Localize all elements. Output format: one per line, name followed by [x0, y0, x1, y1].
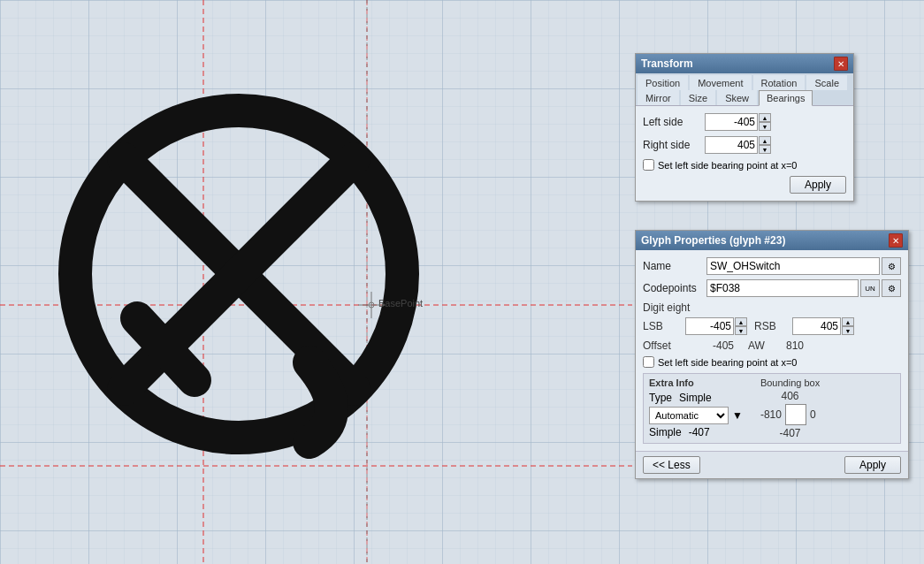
- glyph-name-input[interactable]: SW_OHSwitch: [706, 257, 880, 275]
- right-side-spinner-btns: ▲ ▼: [759, 136, 771, 154]
- glyph-codepoints-icon-btn2[interactable]: ⚙: [882, 279, 901, 297]
- lsb-down-btn[interactable]: ▼: [735, 326, 747, 335]
- left-side-label: Left side: [643, 116, 705, 128]
- type-row: Type Simple: [649, 392, 743, 404]
- right-side-input[interactable]: 405: [705, 136, 758, 154]
- glyph-apply-button[interactable]: Apply: [844, 456, 901, 474]
- tab-mirror[interactable]: Mirror: [638, 90, 679, 105]
- glyph-bearing-checkbox-label: Set left side bearing point at x=0: [658, 357, 797, 368]
- offset-label: Offset: [643, 339, 678, 352]
- bb-box: [785, 404, 806, 425]
- bearing-checkbox[interactable]: [643, 159, 654, 171]
- right-side-up-btn[interactable]: ▲: [759, 136, 771, 145]
- extra-info-section: Extra Info Type Simple Automatic Manual …: [643, 373, 901, 444]
- tab-bearings[interactable]: Bearings: [759, 90, 813, 106]
- bb-left: -810: [760, 408, 782, 421]
- glyph-digit-eight-label: Digit eight: [643, 301, 901, 314]
- glyph-panel-titlebar: Glyph Properties (glyph #23) ✕: [636, 231, 908, 250]
- glyph-panel-content: Name SW_OHSwitch ⚙ Codepoints $F038 UN ⚙…: [636, 250, 908, 451]
- bearing-checkbox-label: Set left side bearing point at x=0: [658, 160, 797, 171]
- lsb-input[interactable]: [685, 317, 734, 335]
- right-side-label: Right side: [643, 139, 705, 151]
- type-select-row: Automatic Manual ▼: [649, 407, 743, 424]
- transform-apply-button[interactable]: Apply: [790, 176, 846, 194]
- bb-right: 0: [810, 408, 816, 421]
- right-side-row: Right side 405 ▲ ▼: [643, 136, 846, 154]
- glyph-codepoints-input[interactable]: $F038: [706, 279, 859, 297]
- offset-value: -405: [685, 339, 734, 352]
- bb-title: Bounding box: [760, 377, 820, 388]
- bb-middle-row: -810 0: [760, 404, 820, 425]
- offset-aw-row: Offset -405 AW 810: [643, 339, 901, 352]
- left-side-down-btn[interactable]: ▼: [759, 122, 771, 131]
- type-select[interactable]: Automatic Manual: [649, 407, 729, 424]
- rsb-label: RSB: [754, 320, 785, 332]
- aw-value: 810: [786, 339, 804, 352]
- tab-rotation[interactable]: Rotation: [753, 75, 806, 90]
- less-button[interactable]: << Less: [643, 456, 700, 474]
- tab-position[interactable]: Position: [638, 75, 688, 90]
- glyph-name-label: Name: [643, 260, 706, 272]
- extra-info-title: Extra Info: [649, 377, 743, 388]
- left-side-input[interactable]: -405: [705, 113, 758, 131]
- simple-value: -407: [689, 426, 710, 438]
- aw-label: AW: [748, 339, 779, 352]
- left-side-spinner-btns: ▲ ▼: [759, 113, 771, 131]
- lsb-rsb-row: LSB ▲ ▼ RSB ▲ ▼: [643, 317, 901, 335]
- tab-skew[interactable]: Skew: [717, 90, 757, 105]
- bb-bottom: -407: [760, 427, 820, 439]
- simple-row: Simple -407: [649, 426, 743, 438]
- rsb-spinner: ▲ ▼: [792, 317, 854, 335]
- bb-top: 406: [760, 390, 820, 402]
- type-value: Simple: [679, 392, 712, 404]
- glyph-bearing-checkbox[interactable]: [643, 356, 654, 368]
- lsb-label: LSB: [643, 320, 678, 332]
- transform-panel: Transform ✕ Position Movement Rotation S…: [635, 53, 854, 202]
- tab-scale[interactable]: Scale: [806, 75, 847, 90]
- bounding-box-section: Bounding box 406 -810 0 -407: [760, 377, 820, 439]
- right-side-spinner: 405 ▲ ▼: [705, 136, 771, 154]
- left-side-row: Left side -405 ▲ ▼: [643, 113, 846, 131]
- transform-panel-close[interactable]: ✕: [834, 57, 848, 71]
- lsb-up-btn[interactable]: ▲: [735, 317, 747, 326]
- glyph-bearing-checkbox-row: Set left side bearing point at x=0: [643, 356, 901, 368]
- glyph-name-row: Name SW_OHSwitch ⚙: [643, 257, 901, 275]
- tab-movement[interactable]: Movement: [690, 75, 751, 90]
- simple-label: Simple: [649, 426, 682, 438]
- type-label: Type: [649, 392, 672, 404]
- bearing-checkbox-row: Set left side bearing point at x=0: [643, 159, 846, 171]
- glyph-codepoints-icon-btn1[interactable]: UN: [860, 279, 880, 297]
- left-side-spinner: -405 ▲ ▼: [705, 113, 771, 131]
- glyph-panel-bottom-bar: << Less Apply: [636, 451, 908, 478]
- extra-info-left: Extra Info Type Simple Automatic Manual …: [649, 377, 743, 439]
- glyph-panel-close[interactable]: ✕: [889, 233, 903, 248]
- transform-panel-title: Transform: [641, 57, 693, 70]
- glyph-panel: Glyph Properties (glyph #23) ✕ Name SW_O…: [635, 230, 909, 479]
- lsb-spinner: ▲ ▼: [685, 317, 747, 335]
- transform-panel-content: Left side -405 ▲ ▼ Right side 405 ▲ ▼ Se…: [636, 106, 853, 201]
- right-side-down-btn[interactable]: ▼: [759, 145, 771, 154]
- glyph-display: [53, 88, 424, 469]
- left-side-up-btn[interactable]: ▲: [759, 113, 771, 122]
- glyph-codepoints-label: Codepoints: [643, 282, 706, 294]
- transform-tabs: Position Movement Rotation Scale Mirror …: [636, 73, 853, 106]
- rsb-up-btn[interactable]: ▲: [842, 317, 854, 326]
- tab-size[interactable]: Size: [681, 90, 715, 105]
- transform-panel-titlebar: Transform ✕: [636, 54, 853, 73]
- glyph-name-icon-btn[interactable]: ⚙: [882, 257, 901, 275]
- glyph-codepoints-row: Codepoints $F038 UN ⚙: [643, 279, 901, 297]
- glyph-panel-title: Glyph Properties (glyph #23): [641, 234, 785, 247]
- rsb-input[interactable]: [792, 317, 841, 335]
- rsb-down-btn[interactable]: ▼: [842, 326, 854, 335]
